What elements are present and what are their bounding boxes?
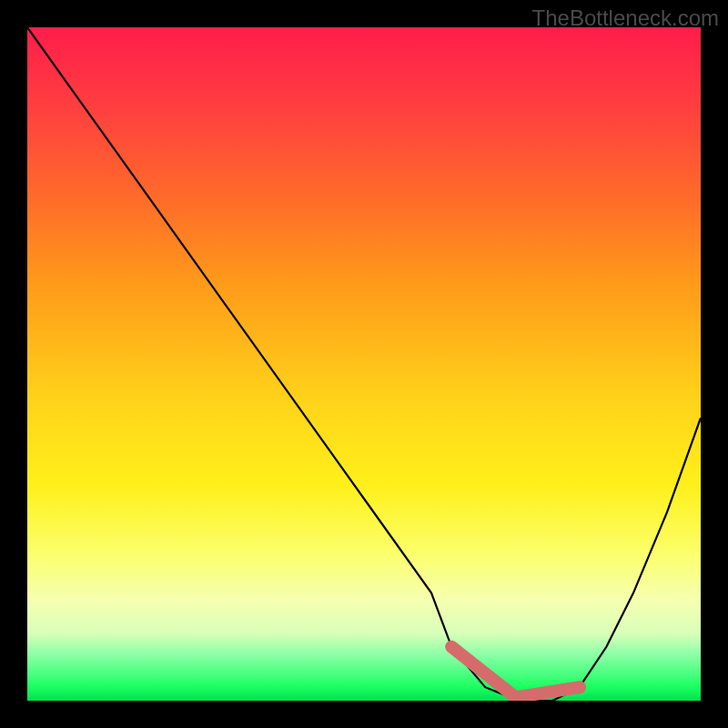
watermark-text: TheBottleneck.com <box>532 5 719 31</box>
flat-region-end-dot <box>573 681 586 693</box>
chart-curve-layer <box>27 27 701 701</box>
bottleneck-curve <box>27 27 701 701</box>
flat-region-highlight <box>451 647 580 698</box>
